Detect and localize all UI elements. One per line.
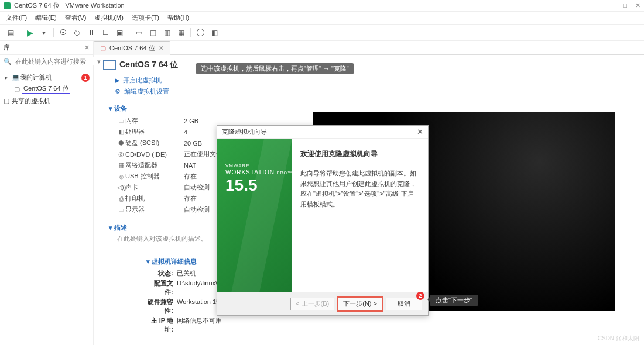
clone-wizard-dialog: 克隆虚拟机向导 ✕ VMWARE WORKSTATION PRO™ 15.5 欢… <box>217 125 429 316</box>
menu-file[interactable]: 文件(F) <box>6 13 27 22</box>
wizard-back-button: < 上一步(B) <box>290 298 334 310</box>
menu-help[interactable]: 帮助(H) <box>167 13 189 22</box>
edit-settings-action[interactable]: ⚙ 编辑虚拟机设置 <box>115 86 635 97</box>
close-button[interactable]: ✕ <box>635 2 640 9</box>
tree-vm-item[interactable]: ▢ CentOS 7 64 位 <box>4 83 90 95</box>
wizard-paragraph: 此向导将帮助您创建此虚拟机的副本。如果您想让其他用户创建此虚拟机的克隆，应在"虚… <box>300 168 420 209</box>
unity-icon[interactable]: ◧ <box>210 28 219 37</box>
library-sidebar: 库 ✕ 🔍 ▾ ▸ 💻 我的计算机 1 ▢ CentOS 7 64 位 ▢ 共享… <box>0 41 94 345</box>
snapshot-mgr-icon[interactable]: ▣ <box>115 28 124 37</box>
search-input[interactable] <box>14 57 97 65</box>
sidebar-close-icon[interactable]: ✕ <box>84 44 90 51</box>
details-row: 主 IP 地址:网络信息不可用 <box>146 316 373 334</box>
sidebar-search: 🔍 ▾ <box>0 55 93 68</box>
suspend-icon[interactable]: ⏸ <box>87 28 96 37</box>
vm-actions: ▶ 开启此虚拟机 ⚙ 编辑虚拟机设置 <box>115 75 635 97</box>
device-name: 硬盘 (SCSI) <box>125 139 184 147</box>
watermark: CSDN @和太阳 <box>598 334 639 343</box>
power-on-action[interactable]: ▶ 开启此虚拟机 <box>115 75 635 86</box>
menu-edit[interactable]: 编辑(E) <box>35 13 57 22</box>
menu-vm[interactable]: 虚拟机(M) <box>94 13 124 22</box>
minimize-button[interactable]: — <box>608 2 615 9</box>
device-icon: ⎙ <box>117 195 125 202</box>
device-value: 2 GB <box>184 118 198 125</box>
wizard-titlebar: 克隆虚拟机向导 ✕ <box>217 126 428 139</box>
tab-strip: ▢ CentOS 7 64 位 ✕ <box>94 41 644 55</box>
device-name: CD/DVD (IDE) <box>125 151 184 158</box>
edit-settings-label: 编辑虚拟机设置 <box>124 87 169 96</box>
expand-icon: ▸ <box>4 74 9 81</box>
tab-vm[interactable]: ▢ CentOS 7 64 位 ✕ <box>94 41 170 55</box>
device-name: 处理器 <box>125 127 184 136</box>
annotation-tooltip-2: 点击"下一步" <box>430 295 478 306</box>
device-icon: ⬢ <box>117 139 125 147</box>
layout4-icon[interactable]: ▦ <box>176 28 186 37</box>
tab-label: CentOS 7 64 位 <box>109 44 155 53</box>
details-value: 网络信息不可用 <box>177 316 222 334</box>
computer-icon: 💻 <box>12 74 18 81</box>
play-icon: ▶ <box>115 77 119 84</box>
app-logo-icon <box>4 2 11 9</box>
chev-down-icon[interactable]: ▾ <box>39 28 49 37</box>
library-icon[interactable]: ▤ <box>6 28 15 37</box>
wizard-side-banner: VMWARE WORKSTATION PRO™ 15.5 <box>217 139 292 292</box>
device-icon: ◎ <box>117 150 125 158</box>
device-name: 网络适配器 <box>125 161 184 170</box>
vm-header: CentOS 7 64 位 <box>103 60 635 70</box>
layout1-icon[interactable]: ▭ <box>134 28 143 37</box>
gear-icon: ⚙ <box>115 88 121 95</box>
toolbar-separator <box>190 28 191 37</box>
device-icon: ◁)) <box>117 184 125 191</box>
maximize-button[interactable]: □ <box>623 2 627 9</box>
device-value: 自动检测 <box>184 183 210 192</box>
details-label: 硬件兼容性: <box>146 298 177 315</box>
vm-icon: ▢ <box>14 85 20 93</box>
device-name: 打印机 <box>125 194 184 203</box>
device-icon: ▭ <box>117 206 125 213</box>
shutdown-icon[interactable]: ⭮ <box>73 28 82 37</box>
device-value: 4 <box>184 129 187 136</box>
details-value: 已关机 <box>177 269 196 278</box>
tree-shared[interactable]: ▢ 共享的虚拟机 <box>4 95 90 106</box>
vm-title: CentOS 7 64 位 <box>119 60 178 70</box>
sidebar-header: 库 ✕ <box>0 41 93 55</box>
play-icon[interactable]: ▶ <box>25 28 35 37</box>
snapshot-icon[interactable]: ☐ <box>101 28 110 37</box>
device-icon: ◧ <box>117 128 125 136</box>
layout3-icon[interactable]: ▥ <box>162 28 172 37</box>
tree-vm-label: CentOS 7 64 位 <box>22 84 70 94</box>
device-icon: ▭ <box>117 117 125 125</box>
details-label: 状态: <box>146 269 177 278</box>
device-name: 显示器 <box>125 205 184 214</box>
wizard-title: 克隆虚拟机向导 <box>222 127 267 136</box>
annotation-tooltip-1: 选中该虚拟机，然后鼠标右击，再点"管理" → "克隆" <box>196 63 354 74</box>
toolbar: ▤ ▶ ▾ ⦿ ⭮ ⏸ ☐ ▣ ▭ ◫ ▥ ▦ ⛶ ◧ <box>0 25 644 41</box>
wizard-close-icon[interactable]: ✕ <box>417 127 423 136</box>
device-icon: ⎋ <box>117 173 125 180</box>
annotation-callout-1: 1 <box>81 74 90 82</box>
stop-icon[interactable]: ⦿ <box>59 28 68 37</box>
menu-tabs[interactable]: 选项卡(T) <box>132 13 159 22</box>
wizard-brand: WORKSTATION PRO™ <box>225 169 292 175</box>
tab-close-icon[interactable]: ✕ <box>159 44 164 52</box>
wizard-cancel-button[interactable]: 取消 <box>386 298 422 310</box>
menu-view[interactable]: 查看(V) <box>65 13 87 22</box>
sidebar-title: 库 <box>4 43 10 52</box>
toolbar-separator <box>20 28 20 37</box>
fullscreen-icon[interactable]: ⛶ <box>196 28 205 37</box>
tree-root[interactable]: ▸ 💻 我的计算机 1 <box>4 72 90 83</box>
device-value: NAT <box>184 162 196 169</box>
wizard-version: 15.5 <box>225 176 258 195</box>
device-name: USB 控制器 <box>125 172 184 181</box>
tree-shared-label: 共享的虚拟机 <box>12 96 50 105</box>
wizard-brand-small: VMWARE <box>225 163 250 168</box>
devices-section-title[interactable]: 设备 <box>109 104 635 113</box>
wizard-heading: 欢迎使用克隆虚拟机向导 <box>300 149 420 159</box>
layout2-icon[interactable]: ◫ <box>148 28 157 37</box>
wizard-next-button[interactable]: 下一步(N) > <box>338 298 382 310</box>
window-titlebar: CentOS 7 64 位 - VMware Workstation — □ ✕ <box>0 0 644 12</box>
menubar: 文件(F) 编辑(E) 查看(V) 虚拟机(M) 选项卡(T) 帮助(H) <box>0 12 644 25</box>
shared-icon: ▢ <box>4 97 9 105</box>
window-title: CentOS 7 64 位 - VMware Workstation <box>14 1 608 10</box>
wizard-footer: < 上一步(B) 下一步(N) > 取消 <box>217 292 428 315</box>
